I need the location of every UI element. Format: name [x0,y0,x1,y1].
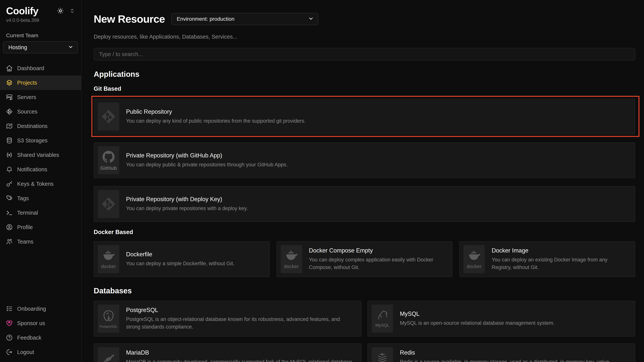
card-text: Redis Redis is a source-available, in-me… [400,349,628,362]
users-icon [6,238,13,245]
sidebar-item-label: Terminal [17,210,38,216]
search-input[interactable] [94,48,635,60]
theme-toggle-button[interactable] [57,7,64,15]
heart-handshake-icon [6,320,13,327]
card-description: PostgreSQL is an object-relational datab… [126,315,354,331]
postgresql-logo: PostgreSQL [98,305,119,333]
git-logo [98,102,119,131]
docker-logo: docker [464,245,485,273]
docker-logo-label: docker [467,264,482,269]
chevron-down-icon [308,16,314,22]
card-title: Private Repository (with GitHub App) [126,152,288,159]
card-description: You can deploy complex application easil… [309,256,445,271]
page-header: New Resource Environment: production [94,6,635,32]
user-circle-icon [6,224,13,231]
sidebar-item-shared-variables[interactable]: Shared Variables [0,148,81,162]
variable-icon [6,151,13,159]
sidebar-item-profile[interactable]: Profile [0,220,81,234]
card-text: Private Repository (with Deploy Key) You… [126,196,248,212]
sidebar-item-keys-tokens[interactable]: Keys & Tokens [0,177,81,191]
bell-icon [6,166,13,173]
checklist-icon [6,305,13,312]
sidebar-item-tags[interactable]: Tags [0,191,81,205]
page-subtitle: Deploy resources, like Applications, Dat… [94,34,635,40]
server-icon [6,94,13,101]
card-private-repository-deploy-key[interactable]: Private Repository (with Deploy Key) You… [94,186,635,222]
section-applications-title: Applications [94,70,635,79]
card-public-repository[interactable]: Public Repository You can deploy any kin… [94,99,635,134]
sidebar-item-servers[interactable]: Servers [0,90,81,104]
chevrons-up-down-icon [69,7,76,15]
card-dockerfile[interactable]: docker Dockerfile You can deploy a simpl… [94,241,270,277]
card-mysql[interactable]: MySQL MySQL MySQL is an open-source rela… [368,301,635,337]
docker-cards: docker Dockerfile You can deploy a simpl… [94,241,635,277]
docker-logo: docker [281,245,302,273]
card-title: Dockerfile [126,251,234,258]
section-databases-title: Databases [94,287,635,295]
card-text: Public Repository You can deploy any kin… [126,108,306,125]
logout-icon [6,349,13,356]
card-text: MariaDB MariaDB is a community-developed… [126,349,354,362]
sidebar-item-terminal[interactable]: Terminal [0,205,81,220]
sidebar-item-sources[interactable]: Sources [0,104,81,119]
sidebar-item-notifications[interactable]: Notifications [0,162,81,177]
database-icon [6,137,13,144]
section-git-based-title: Git Based [94,85,635,92]
layers-icon [6,79,13,86]
card-title: Redis [400,349,628,356]
sidebar-item-feedback[interactable]: Feedback [0,331,81,345]
github-logo-label: GitHub [100,165,117,171]
sidebar-expand-button[interactable] [69,7,76,15]
sidebar-item-s3-storages[interactable]: S3 Storages [0,133,81,148]
team-select[interactable]: Hosting [3,41,78,53]
card-redis[interactable]: redis Redis Redis is a source-available,… [368,343,635,362]
sidebar-footer: Onboarding Sponsor us Feedback Logout [0,302,81,362]
card-text: Private Repository (with GitHub App) You… [126,152,288,169]
card-description: MariaDB is a community-developed, commer… [126,358,354,362]
card-mariadb[interactable]: MariaDB MariaDB MariaDB is a community-d… [94,343,362,362]
postgresql-logo-label: PostgreSQL [100,325,118,329]
sidebar-item-label: Servers [17,94,36,100]
help-circle-icon [6,334,13,341]
sidebar-item-projects[interactable]: Projects [0,75,81,90]
main-content: New Resource Environment: production Dep… [82,0,644,362]
sidebar-menu: Dashboard Projects Servers Sources [0,61,81,249]
card-docker-image[interactable]: docker Docker Image You can deploy an ex… [459,241,635,277]
sun-icon [57,7,64,15]
card-title: Public Repository [126,108,306,115]
sidebar-item-label: Tags [17,195,29,201]
tags-icon [6,195,13,202]
card-postgresql[interactable]: PostgreSQL PostgreSQL PostgreSQL is an o… [94,301,362,337]
sidebar-item-dashboard[interactable]: Dashboard [0,61,81,75]
github-logo: GitHub [98,146,119,174]
team-select-value: Hosting [8,44,27,51]
key-icon [6,180,13,187]
sidebar-item-teams[interactable]: Teams [0,234,81,249]
sidebar-item-logout[interactable]: Logout [0,345,81,359]
card-description: You can deploy any kind of public reposi… [126,117,306,125]
app-version: v4.0.0-beta.399 [0,17,81,23]
sidebar-item-label: Dashboard [17,65,44,71]
sidebar-item-onboarding[interactable]: Onboarding [0,302,81,316]
docker-logo: docker [98,245,119,273]
card-title: Private Repository (with Deploy Key) [126,196,248,203]
mysql-logo: MySQL [372,305,393,333]
current-team-label: Current Team [0,32,81,39]
sidebar-item-label: Onboarding [17,306,46,312]
app-logo: Coolify [6,6,38,16]
card-private-repository-github-app[interactable]: GitHub Private Repository (with GitHub A… [94,142,635,178]
card-title: MariaDB [126,349,354,356]
section-docker-based-title: Docker Based [94,229,635,236]
git-cards: Public Repository You can deploy any kin… [94,99,635,222]
sidebar-item-destinations[interactable]: Destinations [0,119,81,133]
map-icon [6,122,13,130]
sidebar-item-sponsor-us[interactable]: Sponsor us [0,316,81,331]
card-title: Docker Compose Empty [309,247,445,254]
environment-select[interactable]: Environment: production [172,13,318,25]
card-docker-compose-empty[interactable]: docker Docker Compose Empty You can depl… [276,241,452,277]
page-title: New Resource [94,13,165,25]
home-icon [6,65,13,72]
sidebar-item-label: Profile [17,224,33,230]
sidebar-item-label: Notifications [17,166,47,173]
card-description: You can deploy a simple Dockerfile, with… [126,260,234,267]
